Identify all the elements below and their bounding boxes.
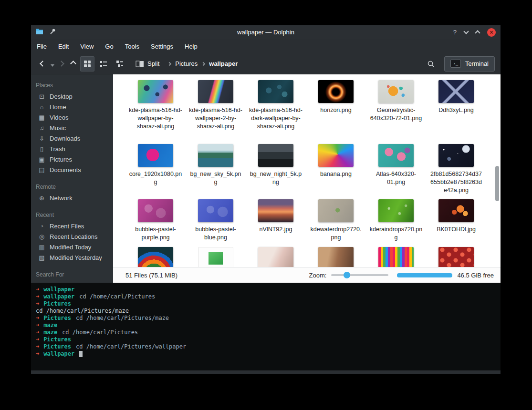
sidebar-item-downloads[interactable]: ⇩ Downloads [31, 133, 113, 144]
sidebar-item-desktop[interactable]: ⊡ Desktop [31, 91, 113, 102]
file-item[interactable]: horizon.png [306, 80, 366, 144]
forward-button[interactable] [55, 59, 67, 69]
terminal-command: cd /home/carl/Pictures/wallpaper [76, 343, 186, 350]
menu-help[interactable]: Help [185, 43, 198, 50]
breadcrumb-separator-icon [167, 62, 171, 65]
sidebar-item-label: Desktop [50, 93, 73, 100]
vertical-scrollbar[interactable] [495, 166, 499, 201]
file-item[interactable]: kderaindrops720.png [366, 199, 426, 247]
section-header-search-for: Search For [31, 266, 113, 280]
menu-view[interactable]: View [80, 43, 94, 50]
tree-view-button[interactable] [113, 56, 127, 72]
file-item[interactable]: bubbles-pastel-purple.png [125, 199, 186, 247]
details-view-icon [100, 60, 107, 68]
sidebar-item-music[interactable]: ♫ Music [31, 123, 113, 133]
downloads-icon: ⇩ [38, 135, 45, 142]
file-name: kdewaterdrop2720.png [309, 226, 363, 242]
file-item[interactable] [366, 247, 426, 267]
sidebar-item-label: Videos [50, 114, 69, 121]
sidebar-item-modified-today[interactable]: ▥ Modified Today [31, 242, 113, 252]
close-button[interactable]: × [487, 28, 496, 37]
search-button[interactable] [422, 57, 439, 71]
details-view-button[interactable] [96, 56, 111, 72]
file-item[interactable] [426, 247, 486, 267]
file-item[interactable]: kde-plasma-516-hd-wallpaper-2-by-sharaz-… [186, 80, 246, 144]
menu-go[interactable]: Go [105, 43, 113, 50]
menu-edit[interactable]: Edit [58, 43, 69, 50]
pin-icon[interactable] [49, 28, 56, 36]
file-item[interactable]: Ddh3xyL.png [426, 80, 486, 144]
terminal-command: cd /home/carl/Pictures/maze [36, 308, 129, 314]
prompt-arrow-icon: ➜ [36, 300, 39, 307]
file-item[interactable]: bubbles-pastel-blue.png [186, 199, 246, 247]
file-view[interactable]: kde-plasma-516-hd-wallpaper-by-sharaz-al… [113, 74, 501, 267]
help-button[interactable]: ? [453, 29, 457, 36]
file-item[interactable]: bg_new_night_5k.png [246, 144, 306, 199]
terminal-toggle-button[interactable]: ›_ Terminal [444, 56, 495, 72]
menu-file[interactable]: File [37, 43, 47, 50]
prompt-directory: Pictures [43, 300, 71, 307]
breadcrumb-wallpaper[interactable]: wallpaper [209, 60, 238, 67]
sidebar-item-network[interactable]: ⊕ Network [31, 193, 113, 203]
file-item[interactable]: core_1920x1080.png [125, 144, 186, 199]
file-item[interactable]: BK0TOHDl.jpg [426, 199, 486, 247]
prompt-arrow-icon: ➜ [36, 343, 39, 350]
file-thumbnail [318, 199, 354, 222]
file-item[interactable]: Geometryistic-640x320-72-01.png [366, 80, 426, 144]
sidebar-item-recent-files[interactable]: ◔ Recent Files [31, 221, 113, 231]
titlebar[interactable]: wallpaper — Dolphin ? × [31, 25, 501, 39]
file-item[interactable]: bg_new_sky_5k.png [186, 144, 246, 199]
prompt-directory: wallpaper [43, 286, 74, 293]
icons-view-button[interactable] [80, 56, 94, 72]
file-thumbnail [258, 80, 293, 103]
menu-settings[interactable]: Settings [151, 43, 173, 50]
sidebar-item-trash[interactable]: ▯ Trash [31, 144, 113, 154]
file-thumbnail [378, 247, 414, 267]
sidebar-item-videos[interactable]: ▦ Videos [31, 112, 113, 123]
file-thumbnail [198, 199, 233, 222]
file-item[interactable] [246, 247, 306, 267]
up-button[interactable] [67, 59, 79, 69]
sidebar-item-label: Modified Yesterday [50, 254, 102, 261]
split-button[interactable]: Split [132, 56, 163, 72]
places-panel: Places ⊡ Desktop ⌂ Home ▦ Videos ♫ Music… [31, 74, 113, 283]
sidebar-item-pictures[interactable]: ▣ Pictures [31, 154, 113, 164]
file-name: banana.png [320, 170, 352, 178]
file-item[interactable]: Atlas-640x320-01.png [366, 144, 426, 199]
file-item[interactable] [306, 247, 366, 267]
breadcrumb-pictures[interactable]: Pictures [175, 60, 198, 67]
prompt-arrow-icon: ➜ [36, 329, 39, 336]
sidebar-item-recent-locations[interactable]: ◎ Recent Locations [31, 231, 113, 242]
file-thumbnail [378, 80, 414, 103]
file-item[interactable]: banana.png [306, 144, 366, 199]
terminal-line: cd /home/carl/Pictures/maze [36, 308, 501, 315]
history-dropdown-icon[interactable] [51, 64, 54, 67]
back-button[interactable] [37, 59, 49, 69]
minimize-button[interactable] [463, 29, 469, 34]
file-thumbnail [198, 247, 233, 267]
file-item[interactable]: kde-plasma-516-hd-wallpaper-by-sharaz-al… [125, 80, 186, 144]
sidebar-item-label: Trash [50, 145, 65, 153]
file-item[interactable]: kde-plasma-516-hd-dark-wallpaper-by-shar… [246, 80, 306, 144]
file-item[interactable] [125, 247, 186, 267]
sidebar-item-documents[interactable]: ▤ Documents [31, 164, 113, 175]
file-name: BK0TOHDl.jpg [437, 226, 476, 234]
prompt-directory: Pictures [43, 336, 71, 343]
terminal-prompt-line[interactable]: ➜wallpaper [36, 350, 501, 358]
file-name: kde-plasma-516-hd-wallpaper-by-sharaz-al… [129, 106, 182, 131]
prompt-directory: Pictures [43, 343, 71, 350]
file-item[interactable]: 2fb81d5682734d37655bb2e875f8263de42a.png [426, 144, 486, 199]
search-icon [427, 60, 435, 68]
terminal-panel[interactable]: ➜wallpaper ➜wallpapercd /home/carl/Pictu… [31, 283, 501, 370]
file-thumbnail [318, 144, 354, 167]
file-item[interactable]: kdewaterdrop2720.png [306, 199, 366, 247]
menu-tools[interactable]: Tools [125, 43, 139, 50]
terminal-command: cd /home/carl/Pictures [62, 329, 138, 336]
zoom-slider[interactable] [331, 274, 388, 276]
file-item[interactable]: nVlNT92.jpg [246, 199, 306, 247]
sidebar-item-home[interactable]: ⌂ Home [31, 102, 113, 112]
zoom-slider-handle[interactable] [344, 272, 350, 278]
maximize-button[interactable] [475, 30, 480, 35]
sidebar-item-modified-yesterday[interactable]: ▧ Modified Yesterday [31, 252, 113, 263]
file-item[interactable] [186, 247, 246, 267]
